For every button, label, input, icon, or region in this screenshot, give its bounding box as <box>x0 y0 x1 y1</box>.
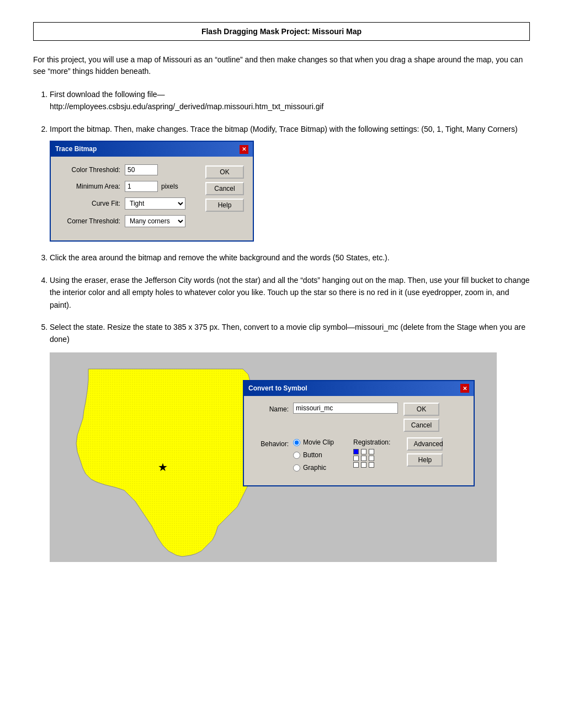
map-content: ★ Convert to Symbol ✕ Name: <box>50 352 497 562</box>
behavior-movieclip-radio[interactable] <box>293 439 300 446</box>
curve-fit-label: Curve Fit: <box>60 199 120 209</box>
trace-bitmap-buttons: OK Cancel Help <box>205 164 244 233</box>
behavior-button-option[interactable]: Button <box>293 450 334 461</box>
trace-bitmap-titlebar: Trace Bitmap ✕ <box>51 142 253 157</box>
convert-dialog-titlebar: Convert to Symbol ✕ <box>244 381 474 396</box>
trace-bitmap-close-button[interactable]: ✕ <box>240 145 248 154</box>
behavior-registration-section: Movie Clip Button Graphi <box>293 437 443 474</box>
page-title: Flash Dragging Mask Project: Missouri Ma… <box>201 27 362 36</box>
reg-dot-tl[interactable] <box>353 449 359 454</box>
registration-section: Registration: <box>353 437 390 468</box>
trace-bitmap-cancel-button[interactable]: Cancel <box>205 182 244 195</box>
convert-dialog-window: Convert to Symbol ✕ Name: OK Cancel <box>243 380 475 487</box>
behavior-graphic-option[interactable]: Graphic <box>293 463 334 473</box>
reg-dot-tr[interactable] <box>369 449 374 454</box>
corner-threshold-row: Corner Threshold: Few corners Normal Man… <box>60 215 194 227</box>
convert-cancel-button[interactable]: Cancel <box>403 419 439 432</box>
reg-dot-br[interactable] <box>369 462 374 468</box>
step-5: Select the state. Resize the state to 38… <box>50 321 530 562</box>
step-1: First download the following file— http:… <box>50 88 530 113</box>
convert-name-input[interactable] <box>293 403 398 414</box>
behavior-graphic-label: Graphic <box>303 463 326 473</box>
corner-threshold-label: Corner Threshold: <box>60 216 120 227</box>
curve-fit-select[interactable]: Pixels Very Tight Tight Smooth Very Smoo… <box>125 197 185 210</box>
convert-advanced-button[interactable]: Advanced <box>407 437 443 451</box>
trace-bitmap-fields: Color Threshold: Minimum Area: pixels Cu… <box>60 164 194 233</box>
convert-help-button[interactable]: Help <box>407 453 443 467</box>
trace-bitmap-help-button[interactable]: Help <box>205 199 244 212</box>
reg-dot-mc[interactable] <box>361 456 367 461</box>
step-2-text: Import the bitmap. Then, make changes. T… <box>50 125 518 133</box>
convert-dialog-close-button[interactable]: ✕ <box>460 384 469 393</box>
curve-fit-row: Curve Fit: Pixels Very Tight Tight Smoot… <box>60 197 194 210</box>
trace-bitmap-dialog: Trace Bitmap ✕ Color Threshold: Minimum … <box>50 141 530 242</box>
convert-dialog-body: Name: OK Cancel Behavior: <box>244 396 474 486</box>
minimum-area-row: Minimum Area: pixels <box>60 181 194 192</box>
missouri-polygon <box>76 369 270 556</box>
behavior-button-label: Button <box>303 450 322 461</box>
corner-threshold-select[interactable]: Few corners Normal Many corners <box>125 215 185 227</box>
behavior-movieclip-option[interactable]: Movie Clip <box>293 437 334 448</box>
behavior-graphic-radio[interactable] <box>293 464 300 472</box>
convert-dialog-title: Convert to Symbol <box>248 383 307 394</box>
behavior-button-radio[interactable] <box>293 452 300 459</box>
step-1-url: http://employees.csbsju.edu/aspring/_der… <box>50 102 323 111</box>
steps-list: First download the following file— http:… <box>50 88 530 562</box>
step-4-text: Using the eraser, erase the Jefferson Ci… <box>50 276 530 309</box>
color-threshold-input[interactable] <box>125 164 158 175</box>
trace-bitmap-window: Trace Bitmap ✕ Color Threshold: Minimum … <box>50 141 254 242</box>
step-4: Using the eraser, erase the Jefferson Ci… <box>50 274 530 311</box>
convert-buttons: OK Cancel <box>403 403 439 432</box>
capital-star: ★ <box>158 461 168 473</box>
trace-bitmap-ok-button[interactable]: OK <box>205 165 244 179</box>
step-1-text: First download the following file— <box>50 90 165 99</box>
trace-bitmap-title: Trace Bitmap <box>55 144 97 154</box>
map-section: ★ Convert to Symbol ✕ Name: <box>50 352 497 562</box>
intro-text: For this project, you will use a map of … <box>33 54 530 77</box>
convert-ok-button[interactable]: OK <box>403 403 439 416</box>
reg-dot-tc[interactable] <box>361 449 367 454</box>
reg-dot-mr[interactable] <box>369 456 374 461</box>
step-5-text: Select the state. Resize the state to 38… <box>50 323 525 344</box>
convert-name-label: Name: <box>253 403 289 415</box>
convert-behavior-label: Behavior: <box>253 437 289 449</box>
convert-name-row: Name: OK Cancel <box>253 403 465 432</box>
convert-advanced-help-buttons: Advanced Help <box>407 437 443 467</box>
reg-dot-bl[interactable] <box>353 462 359 468</box>
color-threshold-row: Color Threshold: <box>60 164 194 175</box>
minimum-area-unit: pixels <box>161 181 178 192</box>
step-3: Click the area around the bitmap and rem… <box>50 251 530 264</box>
minimum-area-input[interactable] <box>125 181 158 192</box>
reg-dot-ml[interactable] <box>353 456 359 461</box>
registration-grid <box>353 449 390 468</box>
page-title-box: Flash Dragging Mask Project: Missouri Ma… <box>33 22 530 41</box>
minimum-area-label: Minimum Area: <box>60 181 120 192</box>
convert-behavior-row: Behavior: Movie Clip <box>253 437 465 474</box>
reg-dot-bc[interactable] <box>361 462 367 468</box>
color-threshold-label: Color Threshold: <box>60 165 120 175</box>
registration-label: Registration: <box>353 437 390 448</box>
step-2: Import the bitmap. Then, make changes. T… <box>50 123 530 242</box>
trace-bitmap-body: Color Threshold: Minimum Area: pixels Cu… <box>51 157 253 240</box>
step-3-text: Click the area around the bitmap and rem… <box>50 253 390 262</box>
behavior-radio-group: Movie Clip Button Graphi <box>293 437 334 474</box>
behavior-movieclip-label: Movie Clip <box>303 437 334 448</box>
